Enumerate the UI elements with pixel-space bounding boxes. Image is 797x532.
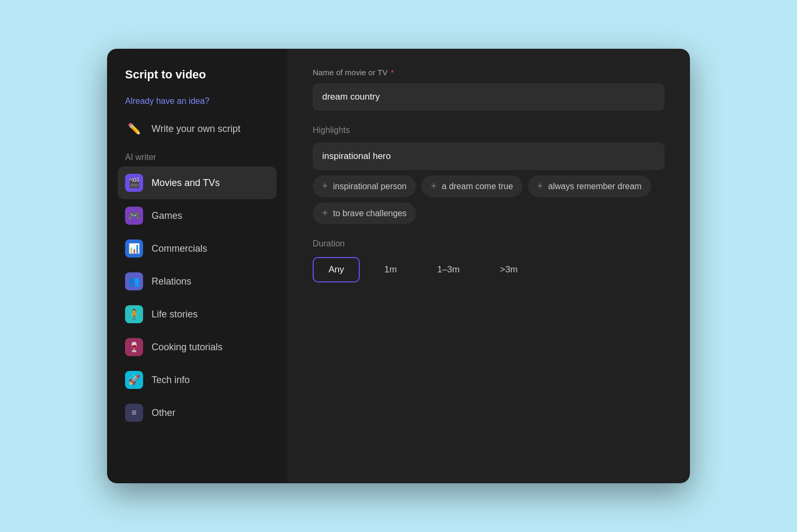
sidebar-item-movies[interactable]: 🎬 Movies and TVs xyxy=(118,166,277,199)
games-icon: 🎮 xyxy=(125,207,143,225)
chip-label-3: to brave challenges xyxy=(333,209,407,218)
relations-icon: 👥 xyxy=(125,272,143,290)
highlights-container: + inspirational person + a dream come tr… xyxy=(313,143,665,224)
duration-btn-3m-plus[interactable]: >3m xyxy=(484,257,534,282)
write-own-label: Write your own script xyxy=(152,123,241,135)
plus-icon-0: + xyxy=(322,181,328,192)
highlight-chip-3[interactable]: + to brave challenges xyxy=(313,202,416,224)
movie-field-label: Name of movie or TV * xyxy=(313,68,665,77)
movies-icon: 🎬 xyxy=(125,174,143,192)
already-have-idea-label: Already have an idea? xyxy=(118,92,277,112)
sidebar-item-relations[interactable]: 👥 Relations xyxy=(118,265,277,298)
sidebar-item-cooking[interactable]: 🍷 Cooking tutorials xyxy=(118,331,277,363)
sidebar-item-tech[interactable]: 🚀 Tech info xyxy=(118,363,277,396)
duration-btn-any[interactable]: Any xyxy=(313,257,360,282)
sidebar-item-commercials[interactable]: 📊 Commercials xyxy=(118,232,277,265)
chip-label-2: always remember dream xyxy=(548,182,642,191)
movies-label: Movies and TVs xyxy=(152,178,220,189)
other-label: Other xyxy=(152,407,175,419)
app-window: Script to video Already have an idea? ✏️… xyxy=(107,49,690,483)
required-marker: * xyxy=(391,68,394,77)
relations-label: Relations xyxy=(152,276,191,287)
duration-buttons: Any 1m 1–3m >3m xyxy=(313,257,665,282)
duration-title: Duration xyxy=(313,239,665,249)
highlights-main-input[interactable] xyxy=(313,143,665,170)
commercials-icon: 📊 xyxy=(125,240,143,258)
highlight-chip-1[interactable]: + a dream come true xyxy=(421,175,523,197)
duration-btn-1-3m[interactable]: 1–3m xyxy=(421,257,476,282)
other-icon: ≡ xyxy=(125,404,143,422)
tech-icon: 🚀 xyxy=(125,371,143,389)
cooking-label: Cooking tutorials xyxy=(152,342,223,353)
sidebar-item-write-own[interactable]: ✏️ Write your own script xyxy=(118,112,277,145)
ai-writer-label: AI writer xyxy=(118,145,277,166)
chip-label-0: inspirational person xyxy=(333,182,407,191)
plus-icon-3: + xyxy=(322,208,328,219)
games-label: Games xyxy=(152,210,182,221)
life-stories-icon: 🧍 xyxy=(125,305,143,323)
sidebar: Script to video Already have an idea? ✏️… xyxy=(107,49,287,483)
sidebar-item-life-stories[interactable]: 🧍 Life stories xyxy=(118,298,277,331)
pencil-icon: ✏️ xyxy=(125,120,143,138)
highlight-chips-row: + inspirational person + a dream come tr… xyxy=(313,175,665,224)
plus-icon-2: + xyxy=(537,181,543,192)
highlight-chip-0[interactable]: + inspirational person xyxy=(313,175,416,197)
highlights-section-title: Highlights xyxy=(313,126,665,135)
duration-section: Duration Any 1m 1–3m >3m xyxy=(313,239,665,282)
main-content: Name of movie or TV * Highlights + inspi… xyxy=(287,49,690,483)
sidebar-item-games[interactable]: 🎮 Games xyxy=(118,199,277,232)
life-stories-label: Life stories xyxy=(152,309,198,320)
plus-icon-1: + xyxy=(431,181,437,192)
cooking-icon: 🍷 xyxy=(125,338,143,356)
duration-btn-1m[interactable]: 1m xyxy=(368,257,413,282)
sidebar-item-other[interactable]: ≡ Other xyxy=(118,396,277,429)
commercials-label: Commercials xyxy=(152,243,207,254)
sidebar-title: Script to video xyxy=(118,64,277,92)
tech-label: Tech info xyxy=(152,375,190,386)
highlight-chip-2[interactable]: + always remember dream xyxy=(528,175,651,197)
movie-name-input[interactable] xyxy=(313,83,665,111)
chip-label-1: a dream come true xyxy=(442,182,513,191)
